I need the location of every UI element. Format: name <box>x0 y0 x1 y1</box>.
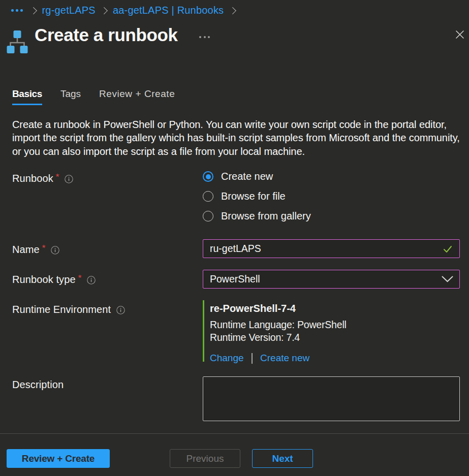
chevron-right-icon <box>29 8 38 13</box>
breadcrumb: rg-getLAPS aa-getLAPS | Runbooks <box>11 4 241 17</box>
runbook-type-label: Runbook type* <box>12 274 96 285</box>
required-asterisk: * <box>78 273 82 283</box>
radio-icon <box>203 171 213 182</box>
breadcrumb-item-automation-account[interactable]: aa-getLAPS | Runbooks <box>113 5 224 16</box>
name-field-box <box>203 239 460 258</box>
name-input[interactable] <box>210 243 442 255</box>
runtime-version: Runtime Version: 7.4 <box>210 331 460 344</box>
change-link[interactable]: Change <box>210 352 244 364</box>
chevron-right-icon <box>100 8 109 13</box>
runbook-radio-group: Create new Browse for file Browse from g… <box>203 171 460 222</box>
info-icon[interactable] <box>87 276 96 284</box>
page-title: Create a runbook <box>35 25 177 45</box>
footer-divider <box>0 433 469 434</box>
previous-button[interactable]: Previous <box>170 449 240 468</box>
info-icon[interactable] <box>116 306 125 314</box>
tab-review-create[interactable]: Review + Create <box>99 88 175 105</box>
chevron-down-icon <box>442 276 453 282</box>
required-asterisk: * <box>56 172 59 182</box>
runbook-type-dropdown[interactable]: PowerShell <box>203 270 460 289</box>
description-label: Description <box>12 379 64 391</box>
create-runbook-pane: rg-getLAPS aa-getLAPS | Runbooks Create … <box>0 0 469 476</box>
info-icon[interactable] <box>51 246 59 255</box>
chevron-right-icon <box>228 8 237 13</box>
runbook-icon <box>7 29 28 56</box>
radio-browse-from-gallery[interactable]: Browse from gallery <box>203 210 460 222</box>
radio-browse-for-file[interactable]: Browse for file <box>203 191 460 202</box>
tab-basics[interactable]: Basics <box>12 88 42 105</box>
runtime-environment-summary: re-PowerShell-7-4 Runtime Language: Powe… <box>203 300 460 364</box>
close-button[interactable] <box>452 27 467 43</box>
next-button[interactable]: Next <box>252 449 313 468</box>
breadcrumb-item-resource-group[interactable]: rg-getLAPS <box>42 5 96 16</box>
intro-text: Create a runbook in PowerShell or Python… <box>12 118 469 158</box>
review-create-button[interactable]: Review + Create <box>7 449 110 468</box>
link-divider <box>252 353 253 364</box>
tab-tags[interactable]: Tags <box>60 88 81 105</box>
radio-icon <box>203 191 213 202</box>
runbook-label: Runbook* <box>12 173 73 184</box>
title-more-button[interactable] <box>198 33 211 41</box>
info-icon[interactable] <box>65 175 73 183</box>
description-input[interactable] <box>203 377 459 421</box>
description-field-box <box>203 376 460 421</box>
tab-bar: Basics Tags Review + Create <box>12 88 193 105</box>
radio-icon <box>203 211 213 221</box>
valid-check-icon <box>442 243 453 255</box>
radio-create-new[interactable]: Create new <box>203 171 460 182</box>
name-label: Name* <box>12 244 59 256</box>
runtime-environment-name: re-PowerShell-7-4 <box>210 302 460 314</box>
required-asterisk: * <box>42 243 46 253</box>
runtime-environment-label: Runtime Environment <box>12 304 125 315</box>
runtime-language: Runtime Language: PowerShell <box>210 319 460 331</box>
create-new-link[interactable]: Create new <box>260 352 309 364</box>
breadcrumb-more-button[interactable] <box>11 7 23 14</box>
